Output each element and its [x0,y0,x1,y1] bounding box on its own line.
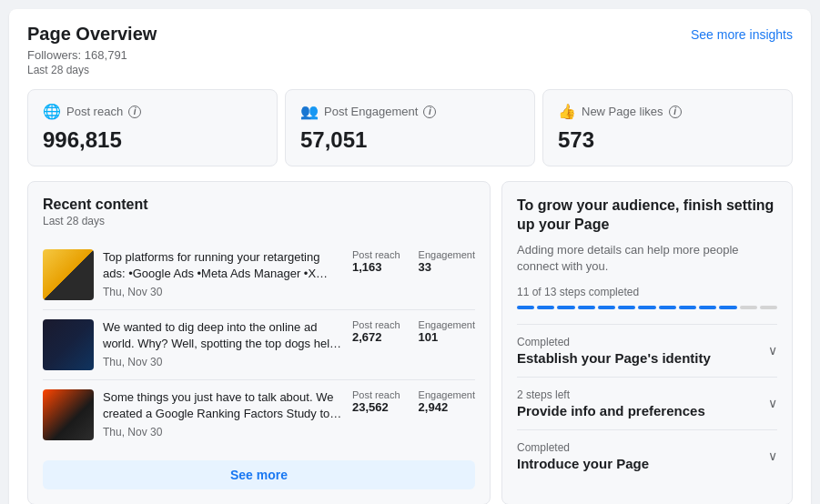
setup-item-provide: 2 steps left Provide info and preference… [517,377,777,429]
progress-segment-7 [659,306,676,309]
new-page-likes-value: 573 [558,127,777,153]
metric-post-reach: 🌐 Post reach i 996,815 [27,89,278,166]
engagement-group-2: Engagement 101 [419,319,475,344]
engagement-group-1: Engagement 33 [419,249,475,274]
chevron-down-icon-establish: ∨ [768,343,777,358]
people-icon: 👥 [300,103,319,120]
metrics-row: 🌐 Post reach i 996,815 👥 Post Engagement… [27,89,793,166]
content-date-3: Thu, Nov 30 [103,426,343,438]
setup-item-introduce-status: Completed [517,441,649,454]
setup-item-establish-content: Completed Establish your Page's identity [517,336,711,366]
content-description-3: Some things you just have to talk about.… [103,389,343,422]
reach-group-1: Post reach 1,163 [352,249,400,274]
steps-completed: 11 of 13 steps completed [517,286,777,298]
content-item-2: We wanted to dig deep into the online ad… [43,310,475,380]
engagement-label-3: Engagement [419,389,475,400]
recent-content-panel: Recent content Last 28 days Top platform… [27,181,491,504]
page-overview-card: Page Overview See more insights Follower… [9,9,811,504]
new-page-likes-label: New Page likes [582,105,663,118]
reach-value-1: 1,163 [352,260,382,274]
date-range: Last 28 days [27,64,793,76]
post-engagement-label: Post Engagement [324,105,418,118]
reach-group-2: Post reach 2,672 [352,319,400,344]
setup-item-introduce-title: Introduce your Page [517,456,649,471]
content-stats-1: Post reach 1,163 Engagement 33 [352,249,475,274]
content-text-2: We wanted to dig deep into the online ad… [103,319,343,368]
setup-item-establish-title: Establish your Page's identity [517,350,711,366]
reach-label-1: Post reach [352,249,400,260]
content-item-1: Top platforms for running your retargeti… [43,240,475,310]
recent-content-subtitle: Last 28 days [43,215,475,227]
metric-header-likes: 👍 New Page likes i [558,103,777,120]
setup-item-introduce: Completed Introduce your Page ∨ [517,429,777,482]
progress-segment-9 [699,306,716,309]
stat-pair-1: Post reach 1,163 Engagement 33 [352,249,475,274]
see-more-insights-link[interactable]: See more insights [691,27,793,42]
content-stats-2: Post reach 2,672 Engagement 101 [352,319,475,344]
content-description-1: Top platforms for running your retargeti… [103,249,343,282]
progress-segment-10 [719,306,736,309]
setup-description: Adding more details can help more people… [517,242,777,275]
reach-label-3: Post reach [352,389,400,400]
engagement-label-2: Engagement [419,319,475,330]
content-item-3: Some things you just have to talk about.… [43,380,475,449]
setup-item-provide-status: 2 steps left [517,388,705,401]
post-engagement-value: 57,051 [300,127,520,153]
chevron-down-icon-introduce: ∨ [768,449,777,463]
progress-segment-12 [760,306,777,309]
thumbnail-1 [43,249,94,300]
progress-segment-0 [517,306,534,309]
info-icon-reach[interactable]: i [128,106,141,118]
engagement-value-3: 2,942 [419,400,449,414]
setup-item-provide-title: Provide info and preferences [517,403,705,418]
setup-item-provide-header[interactable]: 2 steps left Provide info and preference… [517,388,777,418]
post-reach-value: 996,815 [43,127,262,153]
content-text-3: Some things you just have to talk about.… [103,389,343,438]
info-icon-engagement[interactable]: i [423,106,436,118]
page-header: Page Overview See more insights [27,24,793,45]
thumbnail-2 [43,319,94,370]
progress-segment-2 [557,306,574,309]
metric-post-engagement: 👥 Post Engagement i 57,051 [285,89,535,166]
info-icon-likes[interactable]: i [669,106,682,118]
engagement-group-3: Engagement 2,942 [419,389,475,414]
stat-pair-3: Post reach 23,562 Engagement 2,942 [352,389,475,414]
engagement-value-1: 33 [419,260,431,274]
chevron-down-icon-provide: ∨ [768,396,777,410]
reach-value-3: 23,562 [352,400,389,414]
setup-panel: To grow your audience, finish setting up… [501,181,793,504]
setup-item-establish: Completed Establish your Page's identity… [517,324,777,377]
content-text-1: Top platforms for running your retargeti… [103,249,343,298]
thumbnail-3 [43,389,94,440]
reach-value-2: 2,672 [352,330,382,344]
content-date-1: Thu, Nov 30 [103,286,343,298]
reach-group-3: Post reach 23,562 [352,389,400,414]
setup-title: To grow your audience, finish setting up… [517,197,777,235]
progress-segment-4 [598,306,615,309]
reach-label-2: Post reach [352,319,400,330]
progress-segment-11 [740,306,757,309]
stat-pair-2: Post reach 2,672 Engagement 101 [352,319,475,344]
engagement-label-1: Engagement [419,249,475,260]
bottom-section: Recent content Last 28 days Top platform… [27,181,793,504]
globe-icon: 🌐 [43,103,61,120]
progress-segment-1 [537,306,554,309]
setup-item-introduce-header[interactable]: Completed Introduce your Page ∨ [517,441,777,471]
setup-item-introduce-content: Completed Introduce your Page [517,441,649,471]
setup-item-provide-content: 2 steps left Provide info and preference… [517,388,705,418]
engagement-value-2: 101 [419,330,439,344]
setup-item-establish-status: Completed [517,336,711,348]
metric-header-engagement: 👥 Post Engagement i [300,103,520,120]
recent-content-title: Recent content [43,197,475,213]
content-date-2: Thu, Nov 30 [103,356,343,368]
content-stats-3: Post reach 23,562 Engagement 2,942 [352,389,475,414]
thumbsup-icon: 👍 [558,103,576,120]
setup-item-establish-header[interactable]: Completed Establish your Page's identity… [517,336,777,366]
metric-new-page-likes: 👍 New Page likes i 573 [542,89,793,166]
progress-bar [517,306,777,309]
header-left: Page Overview [27,24,157,45]
progress-segment-8 [679,306,696,309]
see-more-button[interactable]: See more [43,460,475,489]
post-reach-label: Post reach [66,105,123,118]
progress-segment-5 [618,306,635,309]
